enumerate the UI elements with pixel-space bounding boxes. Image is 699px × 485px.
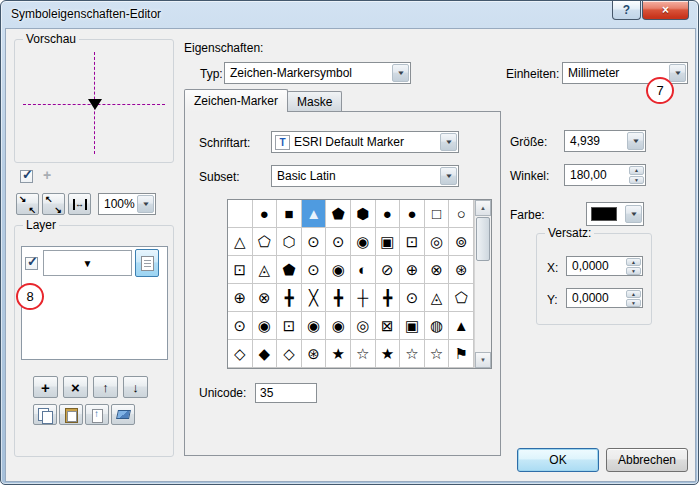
spin-down-icon[interactable]: ▼ <box>626 299 641 307</box>
glyph-cell[interactable]: ◇ <box>228 340 253 368</box>
glyph-cell[interactable]: ╳ <box>302 284 327 312</box>
spin-up-icon[interactable]: ▲ <box>629 166 644 175</box>
glyph-cell[interactable]: ⊙ <box>228 312 253 340</box>
glyph-cell[interactable]: ⊙ <box>400 284 425 312</box>
glyph-cell[interactable]: ╋ <box>277 284 302 312</box>
glyph-cell[interactable]: ⊙ <box>326 228 351 256</box>
glyph-cell[interactable]: ⊛ <box>449 256 474 284</box>
glyph-cell[interactable]: ⬠ <box>253 228 278 256</box>
preview-checkbox[interactable]: ✓ <box>20 170 33 183</box>
glyph-cell[interactable]: ◉ <box>253 312 278 340</box>
glyph-grid-scrollbar[interactable]: ▲ ▼ <box>474 200 491 368</box>
glyph-cell[interactable]: ┼ <box>351 284 376 312</box>
spin-up-icon[interactable]: ▲ <box>626 290 641 298</box>
winkel-spinner[interactable]: 180,00 ▲ ▼ <box>564 164 646 186</box>
chevron-down-icon[interactable]: ▼ <box>669 64 686 82</box>
layer-properties-button[interactable] <box>135 249 159 277</box>
unicode-input[interactable] <box>255 383 317 403</box>
glyph-cell[interactable] <box>228 200 253 228</box>
glyph-cell[interactable]: ● <box>376 200 401 228</box>
layer-list[interactable]: ✓ ▼ <box>21 246 168 360</box>
glyph-cell[interactable]: △ <box>228 228 253 256</box>
layer-symbol-cell[interactable]: ▼ <box>43 250 132 276</box>
paste-button[interactable] <box>59 404 83 425</box>
chevron-down-icon[interactable]: ▼ <box>627 132 644 150</box>
titlebar[interactable]: Symboleigenschaften-Editor ? × <box>1 1 698 28</box>
subset-select[interactable]: Basic Latin ▼ <box>271 165 459 187</box>
actual-size-button[interactable]: ↔ <box>68 193 91 215</box>
glyph-cell[interactable]: ▲ <box>302 200 327 228</box>
glyph-cell[interactable]: ⬟ <box>277 256 302 284</box>
layer-visibility-checkbox[interactable]: ✓ <box>25 257 38 270</box>
glyph-cell[interactable]: ╋ <box>326 284 351 312</box>
glyph-cell[interactable]: ○ <box>449 200 474 228</box>
glyph-cell[interactable]: ⬢ <box>351 200 376 228</box>
glyph-cell[interactable]: □ <box>425 200 450 228</box>
tab-zeichen-marker[interactable]: Zeichen-Marker <box>184 89 288 112</box>
glyph-cell[interactable]: ⊚ <box>449 228 474 256</box>
glyph-cell[interactable]: ◉ <box>326 312 351 340</box>
glyph-cell[interactable]: ● <box>253 200 278 228</box>
add-layer-button[interactable]: + <box>33 376 58 398</box>
ok-button[interactable]: OK <box>517 448 599 472</box>
glyph-cell[interactable]: ⊡ <box>228 256 253 284</box>
move-layer-up-button[interactable]: ↑ <box>93 376 118 398</box>
glyph-cell[interactable]: ⊕ <box>400 256 425 284</box>
glyph-cell[interactable]: ● <box>400 200 425 228</box>
scroll-up-button[interactable]: ▲ <box>475 200 491 216</box>
glyph-cell[interactable]: ◉ <box>302 312 327 340</box>
farbe-dropdown[interactable]: ▼ <box>586 202 644 226</box>
zoom-fit-button[interactable]: ↘ ↖ <box>16 193 39 215</box>
glyph-cell[interactable]: ◎ <box>351 312 376 340</box>
glyph-cell[interactable]: ⊙ <box>302 256 327 284</box>
glyph-cell[interactable]: ☆ <box>425 340 450 368</box>
schriftart-select[interactable]: T ESRI Default Marker ▼ <box>271 131 459 153</box>
glyph-cell[interactable]: ◉ <box>351 228 376 256</box>
cancel-button[interactable]: Abbrechen <box>606 448 688 472</box>
glyph-cell[interactable]: ◐ <box>351 256 376 284</box>
glyph-cell[interactable]: ⊡ <box>277 312 302 340</box>
clear-button[interactable] <box>111 404 135 425</box>
glyph-cell[interactable]: ▲ <box>449 312 474 340</box>
glyph-cell[interactable]: ◆ <box>253 340 278 368</box>
scroll-thumb[interactable] <box>476 217 490 261</box>
glyph-cell[interactable]: ▣ <box>400 312 425 340</box>
glyph-cell[interactable]: ╋ <box>376 284 401 312</box>
glyph-cell[interactable]: ⊠ <box>376 312 401 340</box>
groesse-select[interactable]: 4,939 ▼ <box>564 130 646 152</box>
spin-down-icon[interactable]: ▼ <box>629 176 644 185</box>
chevron-down-icon[interactable]: ▼ <box>392 64 409 82</box>
glyph-grid[interactable]: ●■▲⬟⬢●●□○△⬠⬡⊙⊙◉▣⊡◎⊚⊡◬⬟⊙◉◐⊘⊕⊗⊛⊕⊗╋╳╋┼╋⊙◬⬠⊙… <box>227 199 492 369</box>
glyph-cell[interactable]: ◇ <box>277 340 302 368</box>
import-button[interactable] <box>85 404 109 425</box>
chevron-down-icon[interactable]: ▼ <box>440 133 457 151</box>
glyph-cell[interactable]: ◉ <box>326 256 351 284</box>
scroll-track[interactable] <box>475 216 491 352</box>
typ-select[interactable]: Zeichen-Markersymbol ▼ <box>224 62 411 84</box>
glyph-cell[interactable]: ★ <box>326 340 351 368</box>
glyph-cell[interactable]: ⊕ <box>228 284 253 312</box>
glyph-cell[interactable]: ▣ <box>376 228 401 256</box>
glyph-cell[interactable]: ⬡ <box>277 228 302 256</box>
glyph-cell[interactable]: ⊗ <box>253 284 278 312</box>
glyph-cell[interactable]: ★ <box>376 340 401 368</box>
tab-maske[interactable]: Maske <box>287 91 342 112</box>
glyph-cell[interactable]: ⊘ <box>376 256 401 284</box>
glyph-cell[interactable]: ◬ <box>425 284 450 312</box>
spin-down-icon[interactable]: ▼ <box>626 267 641 275</box>
help-button[interactable]: ? <box>612 1 641 20</box>
glyph-cell[interactable]: ■ <box>277 200 302 228</box>
spin-up-icon[interactable]: ▲ <box>626 258 641 266</box>
glyph-cell[interactable]: ◎ <box>425 228 450 256</box>
chevron-down-icon[interactable]: ▼ <box>137 195 154 213</box>
zoom-level-select[interactable]: 100% ▼ <box>98 193 156 215</box>
layer-row[interactable]: ✓ ▼ <box>22 247 167 279</box>
scroll-down-button[interactable]: ▼ <box>475 352 491 368</box>
glyph-cell[interactable]: ☆ <box>351 340 376 368</box>
y-offset-spinner[interactable]: 0,0000 ▲ ▼ <box>566 288 643 308</box>
glyph-cell[interactable]: ◬ <box>253 256 278 284</box>
glyph-cell[interactable]: ⊛ <box>302 340 327 368</box>
glyph-cell[interactable]: ⬠ <box>449 284 474 312</box>
glyph-cell[interactable]: ☆ <box>400 340 425 368</box>
chevron-down-icon[interactable]: ▼ <box>440 167 457 185</box>
